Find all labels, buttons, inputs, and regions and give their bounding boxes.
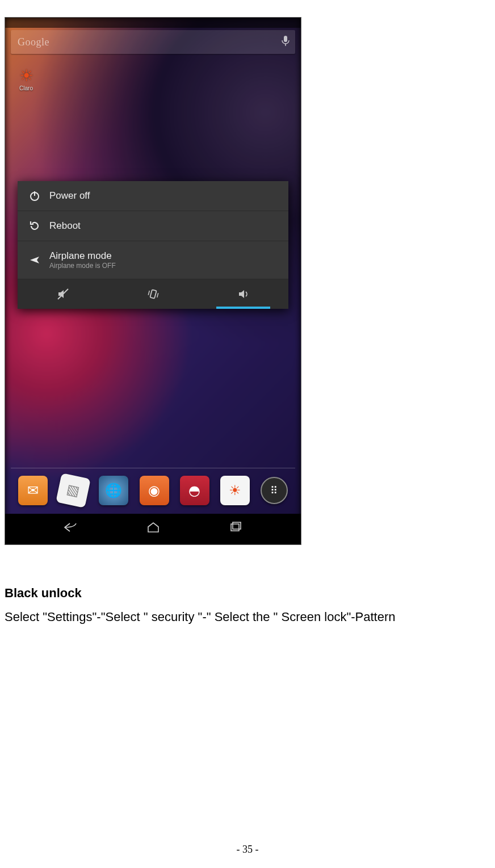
sim-app-icon[interactable]: ▧	[56, 473, 91, 508]
reboot-icon	[26, 220, 44, 232]
sound-toggle[interactable]	[198, 279, 288, 309]
reboot-label: Reboot	[44, 220, 81, 232]
svg-rect-9	[233, 522, 241, 529]
claro-app-icon[interactable]: ☀	[220, 476, 250, 505]
vibrate-toggle[interactable]	[108, 279, 198, 309]
camera-app-icon[interactable]: ◉	[140, 476, 169, 505]
reboot-item[interactable]: Reboot	[18, 211, 288, 241]
dock-divider	[11, 468, 295, 468]
microphone-icon[interactable]	[282, 35, 290, 49]
music-app-icon[interactable]: ◓	[180, 476, 209, 505]
back-button[interactable]	[53, 522, 87, 536]
claro-widget-label: Claro	[12, 85, 40, 91]
power-off-item[interactable]: Power off	[18, 181, 288, 211]
power-off-label: Power off	[44, 190, 90, 202]
claro-widget[interactable]: ☀ Claro	[12, 66, 40, 91]
svg-line-6	[148, 291, 149, 295]
recent-button[interactable]	[219, 522, 253, 536]
svg-rect-5	[150, 290, 156, 299]
svg-line-7	[157, 293, 158, 297]
status-bar	[5, 18, 301, 28]
messaging-app-icon[interactable]: ✉	[18, 476, 48, 505]
dock: ✉ ▧ 🌐 ◉ ◓ ☀ ⠿	[5, 473, 301, 508]
section-heading: Black unlock	[5, 586, 490, 601]
airplane-mode-label: Airplane mode	[44, 250, 116, 262]
phone-screenshot: Google ☀ Claro Power off Reboot	[5, 17, 301, 545]
svg-rect-8	[231, 524, 239, 531]
google-search-placeholder: Google	[11, 36, 49, 48]
power-menu: Power off Reboot Airplane mode Airplane …	[18, 181, 288, 309]
browser-app-icon[interactable]: 🌐	[99, 476, 128, 505]
power-icon	[26, 190, 44, 202]
svg-rect-0	[284, 36, 287, 42]
home-button[interactable]	[136, 522, 170, 536]
airplane-icon	[26, 254, 44, 266]
airplane-mode-status: Airplane mode is OFF	[44, 262, 116, 270]
claro-sun-icon: ☀	[12, 66, 40, 85]
silent-toggle[interactable]	[18, 279, 108, 309]
page-number: - 35 -	[0, 844, 495, 856]
airplane-mode-item[interactable]: Airplane mode Airplane mode is OFF	[18, 241, 288, 279]
google-search-bar[interactable]: Google	[11, 30, 295, 54]
section-body: Select "Settings"-"Select " security "-"…	[5, 609, 490, 626]
ringer-toggle-row	[18, 279, 288, 309]
navigation-bar	[5, 514, 301, 544]
apps-drawer-icon[interactable]: ⠿	[261, 477, 288, 504]
